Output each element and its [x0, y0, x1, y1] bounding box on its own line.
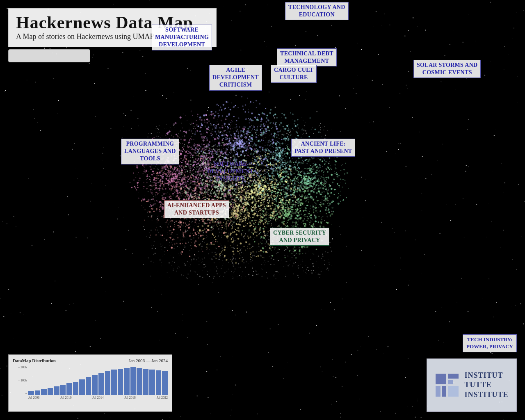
logo-line3: Institute — [464, 390, 508, 399]
chart-bar — [149, 370, 155, 395]
chart-x-jul2014: Jul 2014 — [92, 396, 103, 399]
tech-industry-label: Tech Industry:Power, Privacy — [463, 334, 517, 352]
logo-line2: Tutte — [464, 380, 508, 390]
chart-y-label-200k: – 200k — [13, 365, 27, 369]
chart-bar — [35, 390, 41, 395]
chart-title: DataMap Distribution — [13, 358, 56, 363]
chart-bar — [60, 385, 66, 395]
svg-rect-1 — [448, 374, 459, 379]
chart-bar — [54, 386, 59, 395]
chart-bar — [156, 370, 162, 395]
chart-bar — [111, 370, 117, 395]
chart-bar — [41, 389, 47, 395]
chart-y-label-100k: – 100k — [13, 379, 27, 382]
logo-text-block: Institut Tutte Institute — [464, 371, 508, 399]
svg-rect-4 — [442, 386, 446, 397]
search-container — [8, 49, 90, 62]
chart-bar — [48, 388, 53, 395]
tutte-logo-icon — [435, 373, 459, 397]
tech-industry-text: Tech Industry:Power, Privacy — [466, 336, 513, 349]
chart-bar — [66, 383, 72, 395]
chart-bar — [28, 391, 34, 395]
svg-rect-5 — [448, 386, 459, 397]
chart-bar — [86, 377, 91, 395]
chart-x-jul2010: Jul 2010 — [60, 396, 71, 399]
search-input[interactable] — [8, 49, 90, 62]
chart-x-jul2018: Jul 2018 — [124, 396, 135, 399]
chart-bar — [79, 379, 85, 395]
chart-date-range: Jan 2006 — Jan 2024 — [129, 358, 168, 363]
chart-bar — [98, 373, 104, 395]
chart-bar — [143, 369, 149, 395]
chart-panel: DataMap Distribution Jan 2006 — Jan 2024… — [8, 354, 172, 412]
page-subtitle: A Map of stories on Hackernews using UMA… — [16, 32, 209, 41]
svg-rect-3 — [436, 386, 441, 397]
chart-bar — [118, 369, 123, 395]
header-panel: Hackernews Data Map A Map of stories on … — [8, 8, 217, 47]
chart-bar — [137, 368, 142, 395]
chart-bar — [130, 367, 136, 395]
chart-x-jul2006: Jul 2006 — [28, 396, 39, 399]
chart-bar — [105, 371, 111, 395]
svg-rect-2 — [448, 380, 453, 384]
institute-logo: Institut Tutte Institute — [427, 358, 517, 412]
chart-y-label-0: – — [13, 391, 27, 395]
chart-bar — [92, 375, 98, 395]
chart-bar — [162, 371, 168, 395]
chart-bar — [73, 382, 79, 395]
logo-line1: Institut — [464, 371, 508, 380]
chart-x-jul2022: Jul 2022 — [157, 396, 168, 399]
svg-rect-0 — [436, 374, 446, 384]
page-title: Hackernews Data Map — [16, 13, 209, 32]
chart-bar — [124, 368, 130, 395]
